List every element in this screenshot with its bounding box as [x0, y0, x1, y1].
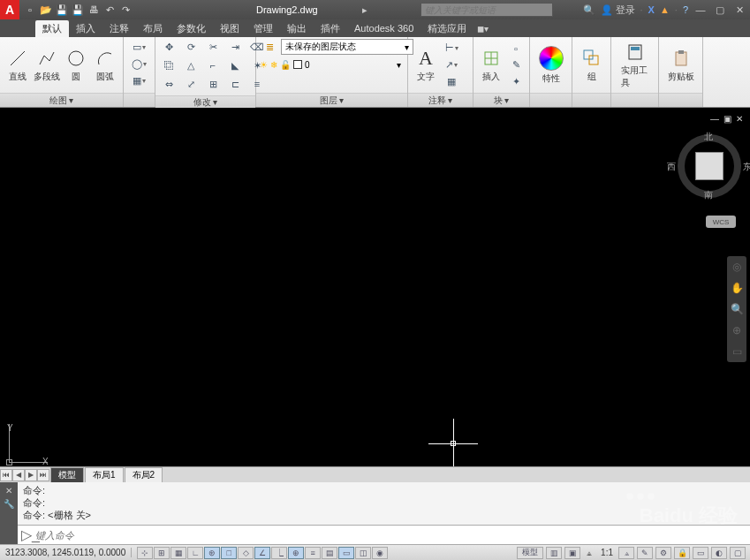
- clean-screen-icon[interactable]: ▢: [730, 547, 746, 559]
- stretch-icon[interactable]: ⇔: [159, 76, 178, 92]
- pan-icon[interactable]: ✋: [730, 281, 744, 295]
- doc-minimize-icon[interactable]: —: [709, 113, 720, 124]
- properties-button[interactable]: 特性: [537, 46, 565, 85]
- panel-block-label[interactable]: 块 ▾: [473, 93, 529, 107]
- viewcube-west[interactable]: 西: [667, 161, 676, 173]
- search-input[interactable]: [420, 3, 553, 17]
- print-icon[interactable]: 🖶: [87, 3, 101, 17]
- command-input[interactable]: [35, 530, 746, 541]
- polyline-button[interactable]: 多段线: [33, 48, 60, 83]
- panel-layer-label[interactable]: 图层 ▾: [256, 93, 407, 107]
- viewcube[interactable]: 北 南 东 西: [678, 134, 741, 198]
- viewcube-face[interactable]: [695, 152, 723, 180]
- am-icon[interactable]: ◉: [372, 547, 388, 559]
- viewcube-north[interactable]: 北: [704, 131, 713, 143]
- array-icon[interactable]: ⊞: [203, 76, 223, 92]
- tpy-icon[interactable]: ▤: [322, 547, 337, 559]
- anno-auto-icon[interactable]: ✎: [637, 547, 653, 559]
- close-icon[interactable]: ✕: [732, 4, 746, 16]
- tab-featured[interactable]: 精选应用: [420, 20, 473, 37]
- dimension-icon[interactable]: ⊢▾: [442, 41, 461, 57]
- anno-icon[interactable]: ⟁: [583, 548, 595, 557]
- viewcube-east[interactable]: 东: [743, 161, 750, 173]
- clipboard-button[interactable]: 剪贴板: [667, 48, 695, 83]
- minimize-icon[interactable]: —: [693, 4, 708, 16]
- layout-tab-2[interactable]: 布局2: [125, 467, 163, 483]
- exchange-icon[interactable]: X: [648, 4, 655, 15]
- next-icon[interactable]: ▶: [25, 469, 37, 481]
- model-button[interactable]: 模型: [517, 547, 543, 559]
- zoom-icon[interactable]: 🔍: [730, 302, 744, 316]
- app-icon[interactable]: A: [0, 0, 19, 19]
- grid-icon[interactable]: ▦: [170, 547, 186, 559]
- first-icon[interactable]: ⏮: [0, 469, 12, 481]
- trim-icon[interactable]: ✂: [203, 39, 223, 55]
- tab-layout[interactable]: 布局: [136, 20, 170, 37]
- workspace-icon[interactable]: ⚙: [655, 547, 671, 559]
- group-button[interactable]: 组: [578, 48, 606, 83]
- coordinates-display[interactable]: 3123.3008, 1245.0119, 0.0000: [0, 548, 132, 557]
- wcs-badge[interactable]: WCS: [706, 216, 736, 228]
- rectangle-icon[interactable]: ▭▾: [130, 39, 149, 55]
- extend-icon[interactable]: ⇥: [225, 39, 245, 55]
- open-icon[interactable]: 📂: [39, 3, 53, 17]
- hatch-icon[interactable]: ▦▾: [130, 72, 149, 88]
- last-icon[interactable]: ⏭: [37, 469, 49, 481]
- line-button[interactable]: 直线: [4, 48, 31, 83]
- drawing-canvas[interactable]: — ▣ ✕ 北 南 东 西 WCS ◎ ✋ 🔍 ⊕ ▭ Y X: [0, 108, 750, 466]
- layer-current-combo[interactable]: ☀ ❄ 🔓 0 ▾: [260, 57, 401, 72]
- sc-icon[interactable]: ◫: [355, 547, 371, 559]
- layout-tab-1[interactable]: 布局1: [85, 467, 124, 483]
- rotate-icon[interactable]: ⟳: [181, 39, 201, 55]
- saveas-icon[interactable]: 💾: [71, 3, 85, 17]
- panel-draw-label[interactable]: 绘图 ▾: [0, 93, 123, 107]
- undo-icon[interactable]: ↶: [102, 3, 117, 17]
- dyn-icon[interactable]: ⊕: [288, 547, 304, 559]
- ortho-icon[interactable]: ∟: [187, 547, 203, 559]
- arc-button[interactable]: 圆弧: [92, 48, 119, 83]
- panel-annotation-label[interactable]: 注释 ▾: [408, 93, 473, 107]
- otrack-icon[interactable]: ∠: [254, 547, 270, 559]
- polar-icon[interactable]: ⊛: [204, 547, 220, 559]
- qp-icon[interactable]: ▭: [338, 547, 354, 559]
- scale-icon[interactable]: ⤢: [181, 76, 201, 92]
- create-block-icon[interactable]: ▫: [506, 41, 526, 57]
- leader-icon[interactable]: ↗▾: [442, 57, 461, 73]
- help-icon[interactable]: ?: [683, 4, 688, 15]
- circle-button[interactable]: 圆: [63, 48, 90, 83]
- snap-icon[interactable]: ⊞: [154, 547, 170, 559]
- utilities-button[interactable]: 实用工具: [621, 42, 649, 89]
- lwt-icon[interactable]: ≡: [305, 547, 321, 559]
- tab-annotate[interactable]: 注释: [102, 20, 136, 37]
- layer-state-combo[interactable]: 未保存的图层状态▾: [281, 39, 413, 55]
- osnap-icon[interactable]: □: [221, 547, 237, 559]
- showmotion-icon[interactable]: ▭: [730, 344, 744, 359]
- panel-modify-label[interactable]: 修改 ▾: [155, 95, 255, 109]
- redo-icon[interactable]: ↷: [118, 3, 133, 17]
- move-icon[interactable]: ✥: [159, 39, 178, 55]
- toolbar-lock-icon[interactable]: 🔒: [674, 547, 690, 559]
- chamfer-icon[interactable]: ◣: [225, 57, 245, 73]
- ellipse-icon[interactable]: ◯▾: [130, 56, 149, 72]
- maximize-icon[interactable]: ▢: [713, 4, 727, 16]
- tab-parametric[interactable]: 参数化: [170, 20, 213, 37]
- save-icon[interactable]: 💾: [55, 3, 69, 17]
- tab-view[interactable]: 视图: [213, 20, 246, 37]
- fillet-icon[interactable]: ⌐: [203, 57, 223, 73]
- annotation-scale[interactable]: 1:1: [597, 548, 617, 557]
- prev-icon[interactable]: ◀: [12, 469, 25, 481]
- hardware-accel-icon[interactable]: ▭: [693, 547, 708, 559]
- layer-props-icon[interactable]: ≣: [260, 39, 279, 55]
- tab-default[interactable]: 默认: [35, 20, 69, 37]
- orbit-icon[interactable]: ⊕: [730, 323, 744, 337]
- attr-icon[interactable]: ✦: [506, 74, 526, 90]
- table-icon[interactable]: ▦: [442, 74, 461, 90]
- edit-block-icon[interactable]: ✎: [506, 57, 526, 73]
- 3dosnap-icon[interactable]: ◇: [238, 547, 254, 559]
- tab-manage[interactable]: 管理: [246, 20, 280, 37]
- quickview-layouts-icon[interactable]: ▥: [546, 547, 562, 559]
- viewcube-south[interactable]: 南: [704, 189, 713, 201]
- cmd-config-icon[interactable]: 🔧: [4, 499, 14, 509]
- isolate-icon[interactable]: ◐: [711, 547, 727, 559]
- tab-a360[interactable]: Autodesk 360: [347, 21, 420, 35]
